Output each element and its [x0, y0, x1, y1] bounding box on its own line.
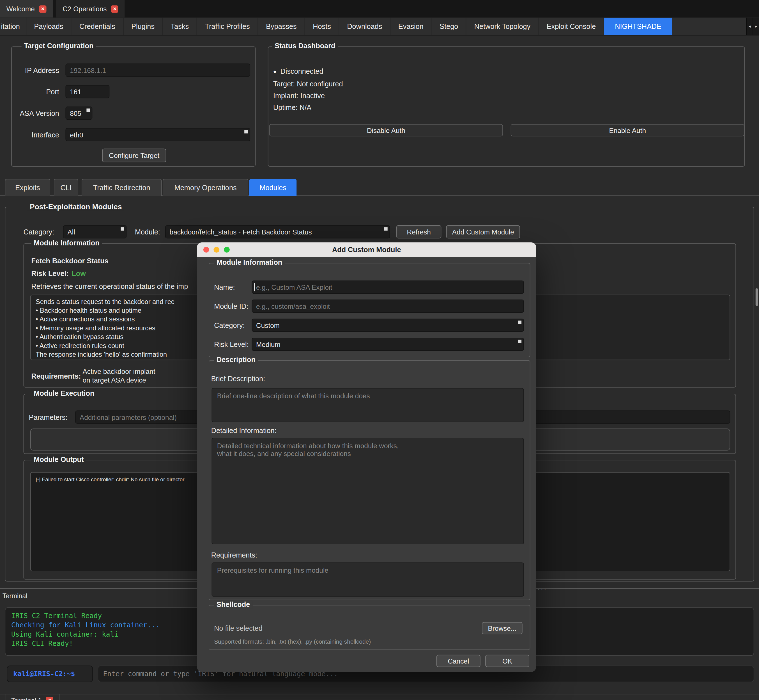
- nav-item-downloads[interactable]: Downloads: [339, 18, 390, 35]
- dialog-risk-value: Medium: [256, 341, 281, 348]
- nav-item-tasks[interactable]: Tasks: [163, 18, 197, 35]
- implant-status-text: Implant: Inactive: [273, 91, 325, 101]
- module-value: backdoor/fetch_status - Fetch Backdoor S…: [170, 228, 312, 236]
- nav-item-stego[interactable]: Stego: [432, 18, 467, 35]
- window-minimize-icon[interactable]: [214, 247, 219, 253]
- tab-welcome[interactable]: Welcome ✕: [0, 0, 53, 18]
- category-select[interactable]: All: [63, 225, 127, 238]
- connection-status-text: Disconnected: [281, 67, 323, 75]
- app-window: Welcome ✕ C2 Operations ✕ itation Payloa…: [0, 0, 759, 700]
- close-icon[interactable]: ✕: [111, 5, 119, 12]
- tab-terminal-1-label: Terminal 1: [11, 697, 42, 700]
- nav-item-bypasses[interactable]: Bypasses: [258, 18, 305, 35]
- dialog-requirements-label: Requirements:: [211, 551, 257, 559]
- tab-c2-operations[interactable]: C2 Operations ✕: [56, 0, 125, 18]
- nav-item-evasion[interactable]: Evasion: [390, 18, 432, 35]
- dialog-description-title: Description: [214, 356, 258, 364]
- name-label: Name:: [214, 280, 235, 294]
- nav-item-plugins[interactable]: Plugins: [123, 18, 163, 35]
- risk-level-value: Low: [72, 270, 86, 278]
- dropdown-marker-icon: [244, 130, 248, 133]
- supported-formats-text: Supported formats: .bin, .txt (hex), .py…: [214, 638, 371, 645]
- module-select[interactable]: backdoor/fetch_status - Fetch Backdoor S…: [165, 225, 390, 238]
- add-custom-module-dialog: Add Custom Module Module Information Nam…: [197, 242, 536, 672]
- asa-version-label: ASA Version: [12, 106, 59, 120]
- nav-item-traffic-profiles[interactable]: Traffic Profiles: [197, 18, 258, 35]
- module-name: Fetch Backdoor Status: [31, 256, 109, 265]
- nav-item-exploitation[interactable]: itation: [0, 18, 27, 35]
- tab-welcome-label: Welcome: [6, 5, 35, 12]
- refresh-button[interactable]: Refresh: [396, 225, 441, 238]
- status-dashboard-title: Status Dashboard: [272, 42, 338, 50]
- add-custom-module-button[interactable]: Add Custom Module: [446, 225, 520, 238]
- dropdown-marker-icon: [384, 227, 387, 231]
- requirements-label: Requirements:: [31, 372, 81, 381]
- nav-item-hosts[interactable]: Hosts: [305, 18, 339, 35]
- category-label: Category:: [23, 225, 55, 238]
- dialog-category-value: Custom: [256, 321, 280, 329]
- dialog-category-select[interactable]: Custom: [251, 319, 524, 332]
- nav-item-credentials[interactable]: Credentials: [72, 18, 123, 35]
- ok-button[interactable]: OK: [485, 655, 529, 667]
- close-icon[interactable]: ✕: [39, 5, 47, 12]
- parameters-label: Parameters:: [29, 411, 67, 424]
- tab-exploits[interactable]: Exploits: [5, 179, 50, 196]
- dropdown-marker-icon: [86, 109, 90, 112]
- module-execution-title: Module Execution: [31, 389, 97, 397]
- interface-value: eth0: [70, 131, 83, 139]
- name-field[interactable]: [251, 280, 524, 294]
- text-cursor: [254, 283, 255, 291]
- dropdown-marker-icon: [518, 340, 522, 343]
- window-close-icon[interactable]: [203, 247, 209, 253]
- cancel-button[interactable]: Cancel: [436, 655, 481, 667]
- dialog-risk-select[interactable]: Medium: [251, 338, 524, 351]
- module-id-field[interactable]: [251, 300, 524, 313]
- interface-select[interactable]: eth0: [66, 128, 250, 141]
- module-id-label: Module ID:: [214, 300, 248, 313]
- window-controls: [203, 247, 230, 253]
- nav-item-payloads[interactable]: Payloads: [27, 18, 72, 35]
- detailed-information-field[interactable]: [211, 438, 524, 544]
- disable-auth-button[interactable]: Disable Auth: [269, 124, 503, 137]
- asa-version-select[interactable]: 805: [66, 106, 92, 120]
- tab-terminal-1[interactable]: Terminal 1 ✕: [5, 694, 60, 700]
- terminal-prompt: kali@IRIS-C2:~$: [7, 666, 93, 682]
- enable-auth-button[interactable]: Enable Auth: [511, 124, 744, 137]
- brief-description-field[interactable]: [211, 388, 524, 422]
- ip-address-field[interactable]: [66, 64, 250, 77]
- dialog-titlebar[interactable]: Add Custom Module: [197, 242, 536, 257]
- module-information-title: Module Information: [31, 239, 102, 247]
- nav-scroll-controls: ◂ ▸: [747, 18, 759, 35]
- close-icon[interactable]: ✕: [46, 697, 53, 700]
- ip-address-label: IP Address: [12, 64, 59, 77]
- nav-scroll-left-icon[interactable]: ◂: [747, 18, 753, 35]
- dialog-risk-label: Risk Level:: [214, 338, 249, 351]
- dialog-category-label: Category:: [214, 319, 245, 332]
- connection-status: ● Disconnected: [273, 66, 323, 76]
- nav-item-exploit-console[interactable]: Exploit Console: [539, 18, 604, 35]
- dialog-shellcode-title: Shellcode: [214, 600, 253, 608]
- post-exploitation-modules-title: Post-Exploitation Modules: [28, 202, 125, 211]
- requirements-value: Active backdoor implant on target ASA de…: [83, 367, 155, 385]
- module-label: Module:: [135, 225, 160, 238]
- tab-modules[interactable]: Modules: [249, 179, 297, 196]
- port-field[interactable]: [66, 85, 109, 98]
- configure-target-button[interactable]: Configure Target: [102, 148, 166, 162]
- browse-button[interactable]: Browse...: [482, 622, 523, 634]
- target-status-text: Target: Not configured: [273, 79, 343, 89]
- tab-traffic-redirection[interactable]: Traffic Redirection: [82, 179, 162, 196]
- dialog-requirements-field[interactable]: [211, 562, 524, 597]
- window-zoom-icon[interactable]: [224, 247, 230, 253]
- dialog-title: Add Custom Module: [332, 246, 401, 253]
- main-navbar: itation Payloads Credentials Plugins Tas…: [0, 18, 759, 36]
- module-output-title: Module Output: [31, 455, 86, 463]
- risk-level-label: Risk Level:: [31, 270, 69, 278]
- tab-cli[interactable]: CLI: [54, 179, 78, 196]
- scrollbar-thumb[interactable]: [756, 288, 758, 306]
- nav-item-nightshade[interactable]: NIGHTSHADE: [604, 18, 672, 35]
- tab-memory-operations[interactable]: Memory Operations: [163, 179, 248, 196]
- document-tabbar: Welcome ✕ C2 Operations ✕: [0, 0, 759, 18]
- nav-scroll-right-icon[interactable]: ▸: [753, 18, 759, 35]
- nav-item-network-topology[interactable]: Network Topology: [467, 18, 539, 35]
- category-value: All: [67, 228, 75, 236]
